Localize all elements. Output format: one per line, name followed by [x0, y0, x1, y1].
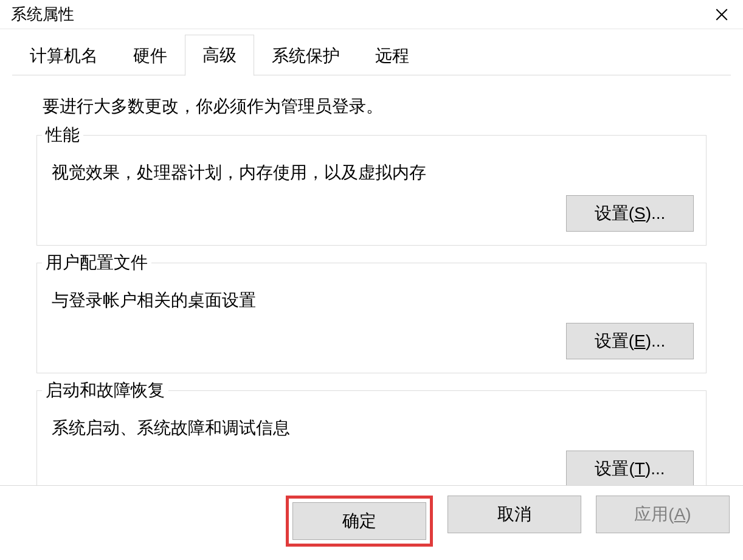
btn-label-prefix: 设置(	[595, 457, 634, 480]
tab-bar: 计算机名 硬件 高级 系统保护 远程	[0, 34, 743, 75]
btn-label-prefix: 应用(	[634, 503, 674, 526]
close-button[interactable]	[708, 1, 736, 29]
btn-label-suffix: )...	[646, 204, 666, 223]
performance-settings-button[interactable]: 设置(S)...	[566, 195, 694, 232]
btn-label-suffix: )...	[645, 459, 665, 479]
tab-hardware[interactable]: 硬件	[116, 35, 185, 76]
dialog-footer: 确定 取消 应用(A)	[0, 485, 743, 560]
group-user-profiles-desc: 与登录帐户相关的桌面设置	[52, 289, 691, 312]
group-performance-legend: 性能	[42, 123, 83, 147]
tab-advanced[interactable]: 高级	[185, 35, 254, 76]
btn-label-key: A	[674, 505, 686, 524]
close-icon	[716, 9, 728, 21]
startup-recovery-settings-button[interactable]: 设置(T)...	[566, 451, 694, 487]
btn-label-suffix: )...	[646, 331, 666, 351]
btn-label-prefix: 设置(	[595, 330, 634, 353]
btn-label-key: S	[634, 204, 646, 223]
btn-label-key: T	[635, 459, 645, 479]
tab-underline	[12, 75, 731, 75]
window-title: 系统属性	[11, 4, 74, 25]
group-startup-recovery-desc: 系统启动、系统故障和调试信息	[52, 417, 691, 440]
ok-button-highlight: 确定	[286, 496, 433, 547]
btn-label-prefix: 设置(	[595, 202, 634, 225]
group-startup-recovery: 启动和故障恢复 系统启动、系统故障和调试信息 设置(T)...	[36, 390, 707, 501]
user-profiles-settings-button[interactable]: 设置(E)...	[566, 323, 694, 359]
tab-remote[interactable]: 远程	[358, 35, 427, 76]
tab-computer-name[interactable]: 计算机名	[12, 35, 116, 76]
ok-button[interactable]: 确定	[292, 502, 426, 540]
btn-label-suffix: )	[685, 505, 691, 524]
cancel-button[interactable]: 取消	[448, 496, 581, 533]
group-performance: 性能 视觉效果，处理器计划，内存使用，以及虚拟内存 设置(S)...	[36, 135, 707, 246]
apply-button: 应用(A)	[596, 496, 730, 533]
admin-note: 要进行大多数更改，你必须作为管理员登录。	[43, 95, 707, 118]
tab-system-protection[interactable]: 系统保护	[254, 35, 358, 76]
group-user-profiles-legend: 用户配置文件	[42, 251, 151, 274]
btn-label-key: E	[634, 331, 646, 351]
titlebar: 系统属性	[0, 0, 743, 29]
tab-content-advanced: 要进行大多数更改，你必须作为管理员登录。 性能 视觉效果，处理器计划，内存使用，…	[0, 75, 743, 548]
group-user-profiles: 用户配置文件 与登录帐户相关的桌面设置 设置(E)...	[36, 263, 707, 373]
group-startup-recovery-legend: 启动和故障恢复	[42, 379, 168, 402]
group-performance-desc: 视觉效果，处理器计划，内存使用，以及虚拟内存	[52, 161, 691, 184]
